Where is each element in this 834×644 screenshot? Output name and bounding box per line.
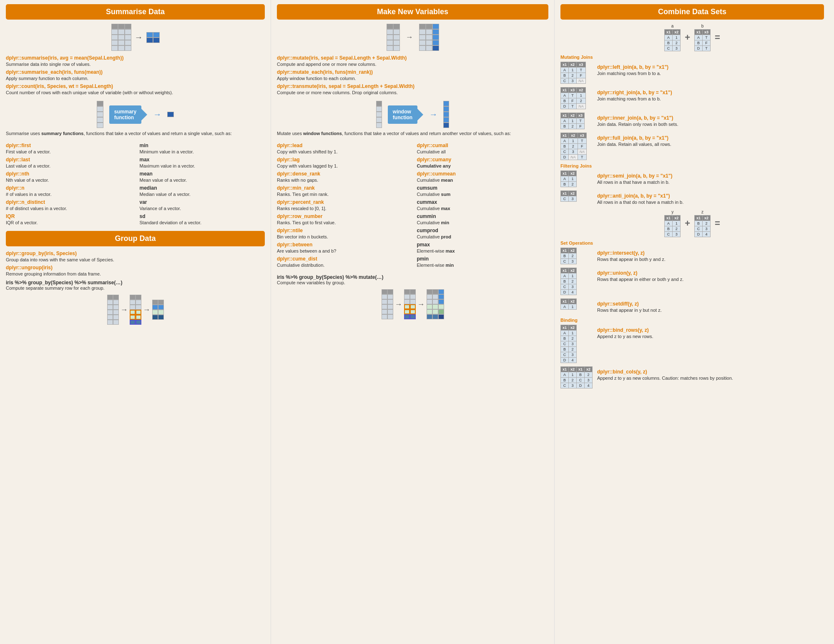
make-new-pipeline: iris %>% group_by(Species) %>% mutate(…)…: [277, 274, 548, 285]
semi-join-row: x1x2 A1 B2 dplyr::semi_join(a, b, by = "…: [560, 170, 824, 187]
make-new-cmd1: dplyr::mutate(iris, sepal = Sepal.Length…: [277, 55, 548, 67]
bind-rows-row: x1x2 A1 B2 C3 B2 C3 D4 dplyr::bind_rows(…: [560, 325, 824, 363]
summary-function-box: summaryfunction: [109, 105, 141, 124]
intersect-row: x1x2 B2 C3 dplyr::intersect(y, z) Rows t…: [560, 248, 824, 264]
group-diagram: → →: [6, 295, 265, 325]
window-func-list: dplyr::lead Copy with values shifted by …: [277, 140, 548, 269]
ab-diagram: a x1x2 A1 B2 C3 + b x1x3 AT BF DT =: [560, 24, 824, 51]
summarise-top-diagram: →: [6, 24, 265, 51]
inner-join-row: x1x2x3 A1T B2F dplyr::inner_join(a, b, b…: [560, 113, 824, 129]
summary-arrow-icon: →: [153, 110, 161, 119]
summary-functions-para: Summarise uses summary functions, functi…: [6, 130, 265, 137]
make-new-cmd3: dplyr::transmute(iris, sepal = Sepal.Len…: [277, 83, 548, 95]
summary-func-right: min Minimum value in a vector. max Maxim…: [140, 140, 265, 227]
combine-header: Combine Data Sets: [560, 4, 824, 20]
summary-func-list: dplyr::first First value of a vector. dp…: [6, 140, 265, 227]
binding-label: Binding: [560, 318, 824, 323]
mutating-joins-label: Mutating Joins: [560, 55, 824, 60]
window-function-box: windowfunction: [388, 105, 417, 124]
plus-icon: +: [685, 32, 690, 43]
make-new-top-diagram: →: [277, 24, 548, 51]
union-row: x1x2 A1 B2 C3 D4 dplyr::union(y, z) Rows…: [560, 268, 824, 295]
summarise-header: Summarise Data: [6, 4, 265, 20]
summary-func-left: dplyr::first First value of a vector. dp…: [6, 140, 131, 227]
yz-diagram: y x1x2 A1 B2 C3 + z x1x2 B2 C3 D4 =: [560, 210, 824, 237]
window-arrow-icon: →: [429, 110, 437, 119]
table-a: x1x2 A1 B2 C3: [664, 29, 681, 51]
group-data-header: Group Data: [6, 231, 265, 246]
group-pipeline: iris %>% group_by(Species) %>% summarise…: [6, 280, 265, 286]
group-data-section: Group Data dplyr::group_by(iris, Species…: [6, 231, 265, 291]
full-join-row: x1x2x3 A1T B2F C3NA DNAT dplyr::full_joi…: [560, 133, 824, 160]
summarise-column: Summarise Data → dplyr::summarise(iris, …: [0, 0, 271, 644]
window-function-diagram: windowfunction →: [277, 101, 548, 128]
summarise-cmd1: dplyr::summarise(iris, avg = mean(Sepal.…: [6, 55, 265, 67]
window-functions-para: Mutate uses window functions, functions …: [277, 130, 548, 137]
filtering-joins-label: Filtering Joins: [560, 163, 824, 168]
plus-yz-icon: +: [685, 218, 690, 229]
window-func-right: dplyr::cumall Cumulative all dplyr::cuma…: [417, 140, 549, 269]
set-ops-label: Set Operations: [560, 241, 824, 246]
summarise-cmd2: dplyr::summarise_each(iris, funs(mean)) …: [6, 69, 265, 81]
equals-icon: =: [715, 32, 720, 43]
window-func-left: dplyr::lead Copy with values shifted by …: [277, 140, 409, 269]
equals-yz-icon: =: [715, 218, 720, 229]
make-new-header: Make New Variables: [277, 4, 548, 20]
mutate-diagram: → →: [277, 289, 548, 319]
right-join-row: x1x3x2 AT1 BF2 DTNA dplyr::right_join(a,…: [560, 87, 824, 109]
summary-function-diagram: summaryfunction →: [6, 101, 265, 128]
make-new-cmd2: dplyr::mutate_each(iris, funs(min_rank))…: [277, 69, 548, 81]
table-b: x1x3 AT BF DT: [694, 29, 711, 51]
make-new-column: Make New Variables →: [271, 0, 555, 644]
left-join-row: x1x2x3 A1T B2F C3NA dplyr::left_join(a, …: [560, 62, 824, 84]
main-container: Summarise Data → dplyr::summarise(iris, …: [0, 0, 834, 644]
setdiff-row: x1x2 A1 dplyr::setdiff(y, z) Rows that a…: [560, 298, 824, 314]
anti-join-row: x1x2 C3 dplyr::anti_join(a, b, by = "x1"…: [560, 190, 824, 206]
summarise-cmd3: dplyr::count(iris, Species, wt = Sepal.L…: [6, 83, 265, 95]
bind-cols-row: x1x2x1x2 A1B2 B2C3 C3D4 dplyr::bind_cols…: [560, 366, 824, 388]
combine-column: Combine Data Sets a x1x2 A1 B2 C3 + b x1…: [555, 0, 830, 644]
arrow-right-icon: →: [135, 33, 143, 42]
